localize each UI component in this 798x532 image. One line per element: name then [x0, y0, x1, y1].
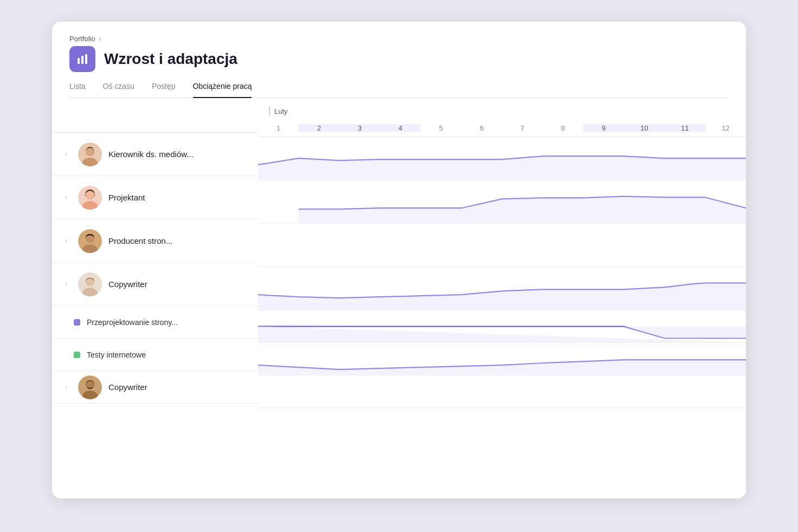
- month-label: Luty: [258, 107, 288, 115]
- chart-row-przeprojektowanie: [258, 310, 746, 343]
- person-row-copywriter[interactable]: › Copywriter: [52, 263, 258, 306]
- person-row-producent[interactable]: › Producent stron...: [52, 219, 258, 263]
- week-numbers-row: 1 2 3 4 5 6 7 8 9 10 11 12: [258, 120, 746, 137]
- chevron-icon-3: ›: [65, 238, 72, 244]
- month-name: Luty: [274, 107, 288, 115]
- bar-chart-icon: [76, 53, 89, 66]
- page-title: Wzrost i adaptacja: [104, 50, 237, 68]
- left-panel: › Kierownik ds. mediów... ›: [52, 98, 258, 408]
- week-11: 11: [665, 124, 705, 132]
- avatar-producent: [78, 229, 102, 253]
- chart-svg-projektant: [258, 180, 746, 223]
- tab-obciazenie[interactable]: Obciążenie pracą: [193, 82, 252, 98]
- task-dot-green: [74, 352, 80, 358]
- chart-row-testy: [258, 343, 746, 375]
- svg-point-10: [86, 191, 94, 199]
- main-window: Portfolio › Wzrost i adaptacja Lista Oś …: [52, 22, 746, 498]
- month-divider: [269, 107, 270, 115]
- svg-rect-1: [81, 56, 83, 64]
- week-7: 7: [502, 124, 543, 132]
- tab-postep[interactable]: Postęp: [152, 82, 176, 98]
- person-name-kierownik: Kierownik ds. mediów...: [108, 150, 194, 159]
- chart-svg-copywriter: [258, 267, 746, 310]
- breadcrumb: Portfolio ›: [69, 35, 729, 43]
- chart-svg-kierownik: [258, 137, 746, 180]
- week-1: 1: [258, 124, 299, 132]
- person-name-projektant: Projektant: [108, 193, 145, 202]
- week-5: 5: [421, 124, 461, 132]
- svg-marker-24: [299, 197, 746, 223]
- week-2: 2: [299, 124, 339, 132]
- project-icon: [69, 46, 95, 72]
- header: Portfolio › Wzrost i adaptacja Lista Oś …: [52, 22, 746, 98]
- avatar-projektant: [78, 186, 102, 210]
- task-row-przeprojektowanie[interactable]: Przeprojektowanie strony...: [52, 306, 258, 339]
- svg-rect-2: [85, 54, 87, 64]
- task-name-przeprojektowanie: Przeprojektowanie strony...: [87, 318, 178, 327]
- task-dot-purple: [74, 319, 80, 326]
- chevron-icon-2: ›: [65, 194, 72, 200]
- person-row-copywriter2[interactable]: › Copywriter: [52, 371, 258, 404]
- timeline-header: Luty 1 2 3 4 5 6 7 8 9 10 11 12: [258, 98, 746, 137]
- avatar-copywriter2: [78, 375, 102, 399]
- tab-lista[interactable]: Lista: [69, 82, 86, 98]
- chart-row-producent: [258, 224, 746, 267]
- breadcrumb-arrow: ›: [99, 35, 101, 43]
- person-name-producent: Producent stron...: [108, 236, 172, 245]
- week-4: 4: [380, 124, 421, 132]
- chart-svg-producent: [258, 224, 746, 267]
- svg-point-6: [86, 148, 94, 155]
- chevron-icon: ›: [65, 151, 72, 157]
- week-3: 3: [339, 124, 380, 132]
- chevron-icon-4: ›: [65, 281, 72, 287]
- svg-marker-25: [258, 283, 746, 310]
- chart-row-copywriter2: [258, 375, 746, 408]
- avatar-kierownik: [78, 142, 102, 166]
- svg-marker-27: [258, 360, 746, 375]
- chart-svg-copywriter2: [258, 375, 746, 407]
- month-label-row: Luty: [258, 102, 746, 120]
- chart-area: [258, 137, 746, 408]
- person-row-projektant[interactable]: › Projektant: [52, 176, 258, 219]
- person-name-copywriter2: Copywriter: [108, 382, 147, 392]
- tabs: Lista Oś czasu Postęp Obciążenie pracą: [69, 82, 729, 98]
- tab-os-czasu[interactable]: Oś czasu: [103, 82, 134, 98]
- breadcrumb-label[interactable]: Portfolio: [69, 35, 95, 43]
- chart-svg-testy: [258, 343, 746, 375]
- chart-row-copywriter: [258, 267, 746, 310]
- chart-svg-przeprojektowanie: [258, 310, 746, 342]
- chart-row-kierownik: [258, 137, 746, 180]
- week-8: 8: [543, 124, 583, 132]
- avatar-copywriter: [78, 273, 102, 296]
- week-6: 6: [461, 124, 502, 132]
- right-panel: Luty 1 2 3 4 5 6 7 8 9 10 11 12: [258, 98, 746, 408]
- content-area: › Kierownik ds. mediów... ›: [52, 98, 746, 408]
- chevron-icon-5: ›: [65, 384, 72, 390]
- person-name-copywriter: Copywriter: [108, 280, 147, 289]
- task-name-testy: Testy internetowe: [87, 351, 146, 359]
- chart-row-projektant: [258, 180, 746, 224]
- person-row-kierownik[interactable]: › Kierownik ds. mediów...: [52, 133, 258, 176]
- svg-marker-26: [258, 327, 746, 343]
- week-10: 10: [624, 124, 665, 132]
- week-12: 12: [705, 124, 746, 132]
- svg-rect-0: [78, 58, 80, 64]
- page-title-row: Wzrost i adaptacja: [69, 46, 729, 72]
- week-9: 9: [583, 124, 624, 132]
- task-row-testy[interactable]: Testy internetowe: [52, 339, 258, 371]
